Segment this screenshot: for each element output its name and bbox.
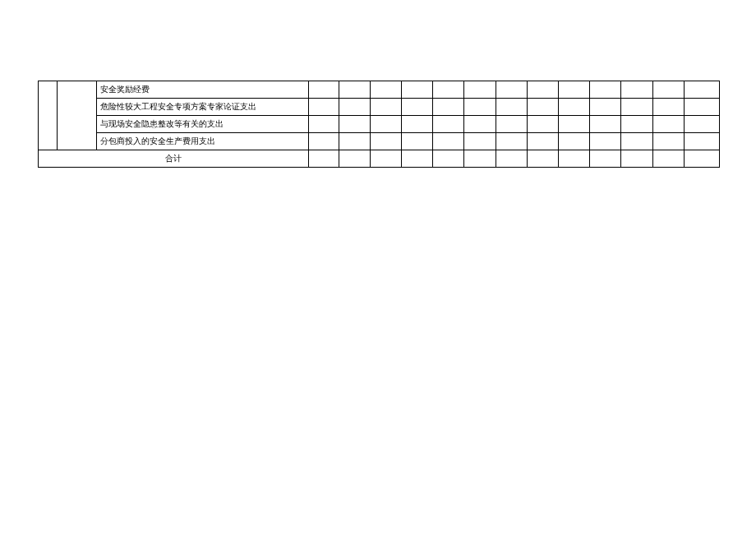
table-cell <box>685 99 720 116</box>
table-cell <box>58 99 97 116</box>
table-cell <box>464 116 496 133</box>
table-cell <box>621 116 653 133</box>
table-cell <box>402 133 433 150</box>
table-cell <box>621 81 653 99</box>
table-cell <box>39 81 58 99</box>
row-desc: 危险性较大工程安全专项方案专家论证支出 <box>97 99 309 116</box>
table-row: 与现场安全隐患整改等有关的支出 <box>39 116 720 133</box>
table-cell <box>402 150 433 168</box>
table-cell <box>39 99 58 116</box>
table-cell <box>58 81 97 99</box>
table-cell <box>559 150 590 168</box>
table-cell <box>339 133 371 150</box>
table-cell <box>402 81 433 99</box>
table-cell <box>371 116 402 133</box>
table-cell <box>309 99 339 116</box>
table-cell <box>653 116 685 133</box>
table-total-row: 合计 <box>39 150 720 168</box>
table-cell <box>496 99 528 116</box>
table-cell <box>371 81 402 99</box>
table-row: 危险性较大工程安全专项方案专家论证支出 <box>39 99 720 116</box>
table-cell <box>685 81 720 99</box>
table-cell <box>590 81 621 99</box>
table-cell <box>653 133 685 150</box>
table-cell <box>371 99 402 116</box>
table-cell <box>621 99 653 116</box>
table-cell <box>559 81 590 99</box>
table-cell <box>590 99 621 116</box>
table-cell <box>559 99 590 116</box>
table-cell <box>496 150 528 168</box>
table-cell <box>402 116 433 133</box>
table-cell <box>433 133 464 150</box>
table-cell <box>464 133 496 150</box>
table-cell <box>653 81 685 99</box>
table-cell <box>39 133 58 150</box>
table-cell <box>559 116 590 133</box>
row-desc: 安全奖励经费 <box>97 81 309 99</box>
table-cell <box>58 116 97 133</box>
table-cell <box>496 116 528 133</box>
total-label: 合计 <box>39 150 309 168</box>
table-cell <box>528 150 559 168</box>
table-cell <box>433 116 464 133</box>
table-cell <box>309 116 339 133</box>
table-cell <box>685 133 720 150</box>
table-cell <box>39 116 58 133</box>
table-cell <box>433 81 464 99</box>
table-cell <box>309 150 339 168</box>
table-cell <box>464 150 496 168</box>
table-cell <box>464 99 496 116</box>
table-cell <box>58 133 97 150</box>
table-cell <box>433 99 464 116</box>
table-cell <box>339 99 371 116</box>
table-row: 安全奖励经费 <box>39 81 720 99</box>
table-cell <box>590 133 621 150</box>
table-cell <box>528 99 559 116</box>
budget-table: 安全奖励经费 危险性较大工程安全专项方案专家论证支出 <box>38 81 720 168</box>
table-cell <box>339 116 371 133</box>
table-cell <box>559 133 590 150</box>
table-cell <box>433 150 464 168</box>
table-cell <box>621 150 653 168</box>
table-cell <box>590 150 621 168</box>
row-desc: 分包商投入的安全生产费用支出 <box>97 133 309 150</box>
table-cell <box>464 81 496 99</box>
table-cell <box>653 99 685 116</box>
table-cell <box>496 81 528 99</box>
row-desc: 与现场安全隐患整改等有关的支出 <box>97 116 309 133</box>
table-cell <box>528 133 559 150</box>
table-cell <box>590 116 621 133</box>
table-cell <box>528 116 559 133</box>
table-cell <box>371 150 402 168</box>
budget-table-wrap: 安全奖励经费 危险性较大工程安全专项方案专家论证支出 <box>38 81 719 168</box>
table-cell <box>309 81 339 99</box>
table-row: 分包商投入的安全生产费用支出 <box>39 133 720 150</box>
table-cell <box>496 133 528 150</box>
table-cell <box>309 133 339 150</box>
table-cell <box>685 150 720 168</box>
table-cell <box>402 99 433 116</box>
table-cell <box>653 150 685 168</box>
table-cell <box>339 150 371 168</box>
table-cell <box>528 81 559 99</box>
table-cell <box>339 81 371 99</box>
table-cell <box>685 116 720 133</box>
table-cell <box>621 133 653 150</box>
table-cell <box>371 133 402 150</box>
